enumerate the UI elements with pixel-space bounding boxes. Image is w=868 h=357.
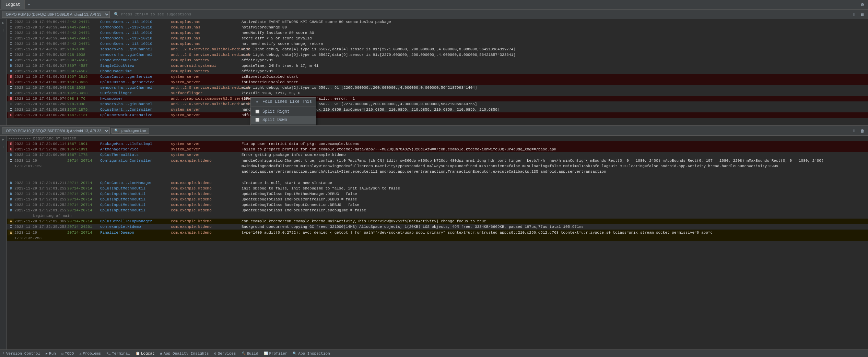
- log-pid: 20714-20714: [67, 191, 98, 197]
- log-tag: OplusNetworkStatsNative: [100, 112, 169, 118]
- log-pid: 1607-2816: [67, 74, 98, 79]
- log-level: I: [8, 101, 14, 107]
- status-item-app-inspection[interactable]: 🔍App Inspection: [293, 352, 330, 356]
- log-timestamp: 2023-11-29 17:32:01.129: [14, 158, 65, 169]
- context-divider-1: [251, 107, 316, 107]
- log-msg: Error getting package info: com.example.…: [242, 152, 867, 158]
- log-timestamp: 2023-11-29 17:32:01.252: [14, 191, 65, 197]
- log-line: I 2023-11-29 17:41:00.048 918-1038 senso…: [7, 85, 868, 90]
- status-item-terminal[interactable]: >_Terminal: [106, 352, 130, 356]
- log-level: I: [8, 47, 14, 52]
- log-line: D 2023-11-29 17:41:00.073 1022-3428 Surf…: [7, 90, 868, 96]
- log-pkg: com.oplus.nas: [171, 36, 239, 41]
- status-item-logcat[interactable]: 📋Logcat: [136, 352, 155, 356]
- bottom-side-icon-2[interactable]: ⏸: [0, 144, 7, 150]
- top-side-icon-2[interactable]: ⏸: [0, 27, 7, 34]
- log-msg: Background concurrent copying GC freed 3…: [242, 224, 867, 230]
- log-pkg: system_server: [171, 141, 239, 147]
- status-item-profiler[interactable]: 📊Profiler: [264, 352, 288, 356]
- log-level: W: [8, 230, 14, 235]
- log-level: I: [8, 36, 14, 41]
- log-area: OPPO PGM10 (D6FQ/ZIB6PTO89LJ) Android 13…: [0, 10, 868, 357]
- log-line: I 2023-11-29 17:40:59.444 2443-24471 Com…: [7, 25, 868, 30]
- log-pid: 20714-20714: [67, 180, 98, 186]
- log-line: I 2023-11-29 17:40:59.825 918-1038 senso…: [7, 47, 868, 52]
- log-msg: wise light debug, data[2].type is 650...…: [242, 85, 867, 90]
- device-selector-top[interactable]: OPPO PGM10 (D6FQ/ZIB6PTO89LJ) Android 13…: [2, 11, 110, 18]
- clear-button-top[interactable]: 🗑: [859, 11, 866, 17]
- status-item-app-quality-insights[interactable]: ◉App Quality Insights: [160, 352, 209, 356]
- split-down-icon: ⬜: [255, 118, 260, 122]
- log-timestamp: 2023-11-29 17:41:00.258: [14, 101, 65, 107]
- top-log-lines: I 2023-11-29 17:40:59.444 2443-24471 Com…: [7, 19, 868, 118]
- log-pkg: com.oplus.battery: [171, 58, 239, 63]
- log-tag: ArtManagerService: [100, 147, 169, 152]
- split-right-icon: ⬜: [255, 110, 260, 114]
- log-msg: sInstance is null, start a new sInstance: [242, 180, 867, 186]
- status-item-problems[interactable]: ⚠Problems: [79, 352, 101, 356]
- log-pkg: and...2.0-service.multihal-mediatek: [171, 47, 239, 52]
- log-timestamp: 2023-11-29 17:41:00.033: [14, 74, 65, 79]
- log-line: D 2023-11-29 17:32:01.252 20714-20714 Op…: [7, 197, 868, 202]
- log-line: I 2023-11-29 17:32:35.253 20714-24201 co…: [7, 224, 868, 230]
- status-label: Terminal: [112, 352, 130, 356]
- log-pid: 20714-24201: [67, 224, 98, 230]
- top-side-icon-1[interactable]: ▶: [0, 20, 7, 26]
- log-pid: 1607-3636: [67, 79, 98, 85]
- log-line: E 2023-11-29 17:41:00.035 1607-3636 Oplu…: [7, 79, 868, 85]
- context-fold-lines[interactable]: ≡ Fold Lines Like This: [251, 98, 316, 106]
- log-level: D: [8, 90, 14, 96]
- context-split-right[interactable]: ⬜ Split Right: [251, 108, 316, 116]
- log-pid: 2443-24471: [67, 19, 98, 25]
- log-pkg: and...graphics.composer@2.3-service: [171, 96, 239, 101]
- bottom-pane-toolbar: OPPO PGM10 (D6FQ/ZIB6PTO89LJ) Android 13…: [0, 126, 868, 136]
- clear-button-bottom[interactable]: 🗑: [859, 128, 866, 134]
- log-level: E: [8, 112, 14, 118]
- tab-logcat[interactable]: Logcat: [1, 0, 25, 10]
- log-pid: 20714-20714: [67, 197, 98, 202]
- bottom-log-pane: OPPO PGM10 (D6FQ/ZIB6PTO89LJ) Android 13…: [0, 126, 868, 349]
- log-pid: 2443-24471: [67, 41, 98, 47]
- status-icon: 🔨: [242, 352, 246, 356]
- pause-button-bottom[interactable]: ⏸: [851, 128, 858, 134]
- log-msg: score diff < 5 or score invalid: [242, 36, 867, 41]
- log-pkg: com.example.ktdemo: [171, 202, 239, 208]
- log-tag: hwcomposer: [100, 96, 169, 101]
- log-level: W: [8, 219, 14, 224]
- status-item-todo[interactable]: ☑TODO: [61, 352, 74, 356]
- log-tag: OplusInputMethodUtil: [100, 208, 169, 213]
- log-level: I: [8, 52, 14, 58]
- log-level: I: [8, 107, 14, 112]
- log-level: I: [8, 158, 14, 163]
- context-split-down[interactable]: ⬜ Split Down: [251, 116, 316, 124]
- status-icon: ⚠: [79, 352, 81, 356]
- bottom-side-icon-1[interactable]: ▶: [0, 136, 7, 143]
- log-line: D 2023-11-29 17:41:00.017 3897-4587 Sing…: [7, 63, 868, 69]
- status-item-version-control[interactable]: ↕Version Control: [3, 352, 40, 356]
- log-pid: 1667-1778: [67, 152, 98, 158]
- log-pid: 20714-20714: [67, 202, 98, 208]
- log-pid: 20714-20714: [67, 186, 98, 191]
- log-timestamp: 2023-11-29 17:40:59.444: [14, 25, 65, 30]
- top-toolbar-right: ⏸ 🗑: [851, 11, 866, 17]
- log-pkg: system_server: [171, 74, 239, 79]
- pause-button-top[interactable]: ⏸: [851, 11, 858, 17]
- log-tag: OplusInputMethodUtil: [100, 186, 169, 191]
- log-pkg: com.example.ktdemo: [171, 180, 239, 186]
- log-msg: kickIdle 1284, 1217, 23, 0: [242, 90, 867, 96]
- log-msg: wise light debug, data[9].type is 65627,…: [242, 52, 867, 58]
- context-close[interactable]: ✕ Close: [251, 124, 316, 125]
- log-timestamp: 2023-11-29 17:41:00.263: [14, 107, 65, 112]
- log-level: I: [8, 19, 14, 25]
- log-tag: OplusCusto...gerService: [100, 74, 169, 79]
- settings-icon[interactable]: ⚙: [858, 2, 867, 8]
- status-item-build[interactable]: 🔨Build: [242, 352, 258, 356]
- context-menu: ≡ Fold Lines Like This ⬜ Split Right ⬜ S…: [250, 97, 316, 125]
- status-item-run[interactable]: ▶Run: [46, 352, 56, 356]
- status-icon: >_: [106, 352, 110, 355]
- log-line: D 2023-11-29 17:32:01.252 20714-20714 Op…: [7, 208, 868, 213]
- log-msg: updateDebugToClass BaseInputConnection.D…: [242, 202, 867, 208]
- status-item-services[interactable]: ⚙Services: [214, 352, 236, 356]
- device-selector-bottom[interactable]: OPPO PGM10 (D6FQ/ZIB6PTO89LJ) Android 13…: [2, 127, 110, 134]
- tab-add-button[interactable]: +: [25, 2, 33, 8]
